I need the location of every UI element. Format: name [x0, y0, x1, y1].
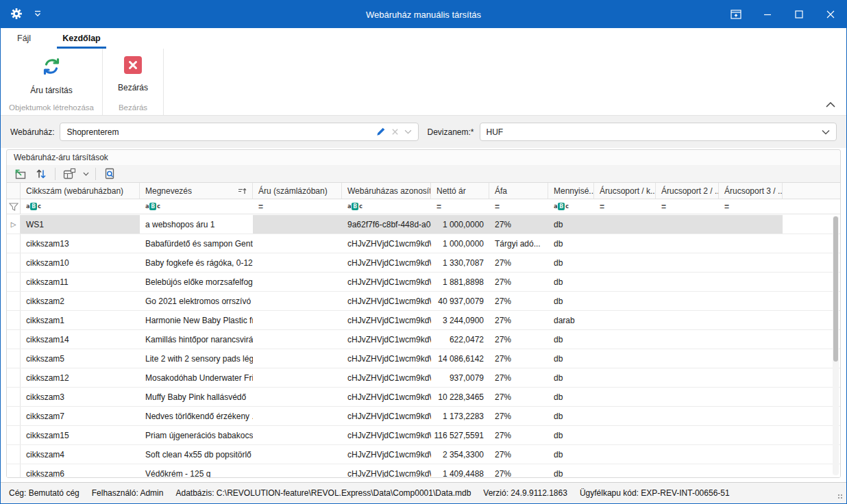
cell[interactable]: [253, 234, 342, 253]
cell[interactable]: db: [548, 273, 594, 291]
cell[interactable]: 9a62f7f6-c8bf-448d-a0e2...: [342, 215, 431, 234]
cell[interactable]: [719, 292, 783, 310]
cell[interactable]: [253, 388, 342, 406]
row-indicator[interactable]: [7, 234, 21, 253]
cell[interactable]: db: [548, 215, 594, 234]
row-indicator[interactable]: [7, 407, 21, 425]
cell[interactable]: [594, 368, 656, 387]
cell[interactable]: [594, 426, 656, 444]
cell[interactable]: db: [548, 407, 594, 425]
cell[interactable]: [594, 388, 656, 406]
cell[interactable]: [594, 292, 656, 310]
cell[interactable]: 116 527,5591: [431, 426, 489, 444]
filter-cell-1[interactable]: aBc: [21, 199, 140, 214]
row-indicator[interactable]: [7, 445, 21, 464]
cell[interactable]: 40 937,0079: [431, 292, 489, 310]
cell[interactable]: [594, 349, 656, 368]
tab-kezdolap[interactable]: Kezdőlap: [51, 28, 112, 49]
cell[interactable]: db: [548, 330, 594, 349]
filter-cell-5[interactable]: =: [431, 199, 489, 214]
cell[interactable]: [656, 292, 719, 310]
cell[interactable]: cHJvZHVjdC1wcm9kdWN0...: [342, 464, 431, 477]
cell[interactable]: 27%: [489, 388, 548, 406]
cell[interactable]: cHJvZHVjdC1wcm9kdWN0...: [342, 349, 431, 368]
column-header-8[interactable]: Árucsoport / k...: [594, 183, 656, 199]
cell[interactable]: cikkszam2: [21, 292, 140, 310]
filter-cell-10[interactable]: =: [719, 199, 783, 214]
cell[interactable]: 27%: [489, 273, 548, 291]
currency-combo[interactable]: HUF: [480, 123, 837, 141]
cell[interactable]: [253, 368, 342, 387]
row-indicator[interactable]: [7, 388, 21, 406]
cell[interactable]: cHJvZHVjdC1wcm9kdWN0...: [342, 292, 431, 310]
cell[interactable]: db: [548, 464, 594, 477]
table-row[interactable]: cikkszam4Soft clean 4x55 db popsitörlőcH…: [7, 445, 840, 464]
table-row[interactable]: cikkszam2Go 2021 elektromos orrszívócHJv…: [7, 292, 840, 311]
cell[interactable]: cikkszam1: [21, 311, 140, 329]
resize-grip-icon[interactable]: [838, 494, 839, 496]
cell[interactable]: Harmonie New Baby Plastic fr...: [140, 311, 253, 329]
sort-rows-icon[interactable]: [32, 166, 51, 181]
cell[interactable]: cikkszam14: [21, 330, 140, 349]
cell[interactable]: [253, 273, 342, 291]
cell[interactable]: 27%: [489, 445, 548, 464]
cell[interactable]: db: [548, 426, 594, 444]
cell[interactable]: cikkszam7: [21, 407, 140, 425]
cell[interactable]: [594, 464, 656, 477]
cell[interactable]: [656, 311, 719, 329]
table-row[interactable]: cikkszam11Belebújós előke morzsafelfogó.…: [7, 273, 840, 292]
cell[interactable]: Tárgyi adó...: [489, 234, 548, 253]
cell[interactable]: cHJvZHVjdC1wcm9kdWN0...: [342, 445, 431, 464]
row-indicator[interactable]: [7, 273, 21, 291]
cell[interactable]: [719, 234, 783, 253]
cell[interactable]: 622,0472: [431, 330, 489, 349]
vertical-scrollbar[interactable]: [833, 216, 839, 475]
filter-funnel-icon[interactable]: [7, 199, 21, 214]
cell[interactable]: 937,0079: [431, 368, 489, 387]
cell[interactable]: Baby fogkefe és rágóka, 0-12...: [140, 253, 253, 272]
tab-fajl[interactable]: Fájl: [6, 28, 42, 49]
cell[interactable]: [253, 330, 342, 349]
cell[interactable]: Soft clean 4x55 db popsitörlő: [140, 445, 253, 464]
cell[interactable]: 27%: [489, 349, 548, 368]
cell[interactable]: 2 354,3300: [431, 445, 489, 464]
cell[interactable]: cHJvZHVjdC1wcm9kdWN0...: [342, 273, 431, 291]
cell[interactable]: [594, 215, 656, 234]
column-header-4[interactable]: Webáruházas azonosító: [342, 183, 431, 199]
cell[interactable]: cikkszam10: [21, 253, 140, 272]
cell[interactable]: [656, 330, 719, 349]
cell[interactable]: [656, 234, 719, 253]
dock-panel-icon[interactable]: [720, 1, 752, 28]
row-indicator[interactable]: [7, 253, 21, 272]
cell[interactable]: 10 228,3465: [431, 388, 489, 406]
cell[interactable]: 1 000,0000: [431, 215, 489, 234]
row-indicator[interactable]: [7, 330, 21, 349]
cell[interactable]: [656, 464, 719, 477]
table-row[interactable]: cikkszam1Harmonie New Baby Plastic fr...…: [7, 311, 840, 330]
cell[interactable]: 1 409,4488: [431, 464, 489, 477]
filter-cell-7[interactable]: aBc: [548, 199, 594, 214]
cell[interactable]: db: [548, 253, 594, 272]
cell[interactable]: [719, 215, 783, 234]
cell[interactable]: Priam újgenerációs babakocsi: [140, 426, 253, 444]
cell[interactable]: darab: [548, 311, 594, 329]
cell[interactable]: [719, 311, 783, 329]
table-row[interactable]: cikkszam7Nedves törlőkendő érzékeny ...c…: [7, 407, 840, 426]
table-row[interactable]: cikkszam3Muffy Baby Pink hallásvédőcHJvZ…: [7, 388, 840, 407]
cell[interactable]: [656, 368, 719, 387]
cell[interactable]: cHJvZHVjdC1wcm9kdWN0...: [342, 407, 431, 425]
cell[interactable]: cikkszam11: [21, 273, 140, 291]
table-row[interactable]: cikkszam5Lite 2 with 2 sensory pads lég.…: [7, 349, 840, 368]
row-indicator[interactable]: [7, 464, 21, 477]
filter-cell-6[interactable]: =: [489, 199, 548, 214]
maximize-button[interactable]: [783, 1, 815, 28]
cell[interactable]: cHJvZHVjdC1wcm9kdWN0...: [342, 388, 431, 406]
row-indicator[interactable]: [7, 292, 21, 310]
cell[interactable]: Védőkrém - 125 g: [140, 464, 253, 477]
filter-cell-8[interactable]: =: [594, 199, 656, 214]
cell[interactable]: [719, 253, 783, 272]
column-header-10[interactable]: Árucsoport 3 / ...: [719, 183, 783, 199]
cell[interactable]: [253, 445, 342, 464]
close-button[interactable]: [815, 1, 846, 28]
cell[interactable]: [719, 388, 783, 406]
